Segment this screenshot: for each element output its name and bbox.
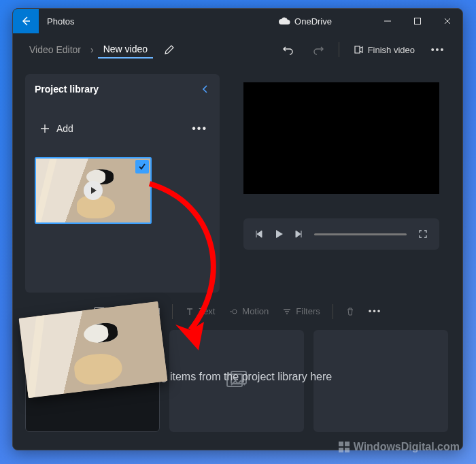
storyboard-toolbar: Add title card Text Motion Filters ••• (13, 297, 462, 323)
more-options-button[interactable]: ••• (424, 36, 452, 63)
rename-button[interactable] (156, 36, 183, 63)
prev-frame-button[interactable] (250, 225, 269, 244)
breadcrumb-current[interactable]: New video (98, 41, 153, 59)
play-overlay-icon (84, 181, 103, 200)
seek-slider[interactable] (314, 233, 407, 235)
motion-icon (228, 307, 238, 316)
breadcrumb-bar: Video Editor › New video Finish video ••… (13, 33, 462, 66)
text-icon (185, 307, 194, 316)
svg-rect-1 (95, 308, 104, 316)
redo-icon (312, 44, 324, 56)
export-icon (353, 44, 364, 55)
preview-column (232, 74, 450, 293)
selected-checkmark-icon (135, 160, 149, 173)
svg-point-2 (233, 310, 237, 314)
preview-canvas (243, 82, 439, 194)
ellipsis-icon: ••• (431, 44, 445, 55)
onedrive-status[interactable]: OneDrive (278, 16, 332, 27)
svg-rect-3 (227, 374, 242, 386)
minimize-button[interactable] (373, 9, 403, 33)
storyboard-slot[interactable] (169, 330, 304, 432)
trash-icon (345, 307, 355, 316)
chevron-left-icon[interactable] (201, 84, 210, 94)
ellipsis-icon: ••• (192, 122, 207, 134)
plus-icon (40, 124, 50, 133)
add-title-card-button[interactable]: Add title card (88, 302, 166, 320)
title-card-icon (94, 307, 105, 316)
storyboard-more-button[interactable]: ••• (363, 302, 388, 320)
chevron-right-icon: › (90, 44, 94, 55)
motion-button[interactable]: Motion (223, 302, 274, 320)
playback-controls (243, 218, 439, 250)
library-title: Project library (35, 84, 99, 95)
next-frame-button[interactable] (288, 225, 307, 244)
separator (339, 42, 339, 57)
separator (333, 304, 333, 319)
fullscreen-button[interactable] (413, 225, 432, 244)
editor-body: Project library Add ••• (13, 66, 462, 297)
breadcrumb-root[interactable]: Video Editor (24, 42, 86, 58)
library-clip-thumbnail[interactable] (35, 157, 152, 224)
play-button[interactable] (269, 225, 288, 244)
project-library-panel: Project library Add ••• (25, 74, 220, 293)
close-button[interactable] (432, 9, 462, 33)
redo-button[interactable] (305, 36, 332, 63)
app-window: Photos OneDrive Video Editor › New video… (12, 8, 463, 450)
finish-video-button[interactable]: Finish video (346, 40, 422, 59)
cloud-icon (278, 17, 290, 25)
storyboard-track[interactable]: Drag items from the project library here (13, 323, 462, 450)
svg-rect-0 (415, 18, 421, 24)
filters-button[interactable]: Filters (277, 302, 325, 320)
add-media-button[interactable]: Add (35, 119, 79, 138)
media-placeholder-icon (224, 369, 249, 393)
back-button[interactable] (13, 9, 39, 33)
storyboard-slot[interactable] (313, 330, 448, 432)
ellipsis-icon: ••• (369, 306, 382, 316)
storyboard-slot[interactable] (25, 330, 160, 432)
undo-button[interactable] (275, 36, 302, 63)
undo-icon (282, 44, 294, 56)
text-button[interactable]: Text (180, 302, 220, 320)
separator (172, 304, 173, 319)
library-more-button[interactable]: ••• (189, 120, 210, 137)
title-bar: Photos OneDrive (13, 9, 462, 33)
pencil-icon (164, 44, 175, 55)
maximize-button[interactable] (403, 9, 432, 33)
delete-clip-button[interactable] (340, 303, 360, 320)
filters-icon (282, 307, 292, 316)
svg-point-5 (234, 377, 237, 380)
app-title: Photos (47, 16, 74, 27)
